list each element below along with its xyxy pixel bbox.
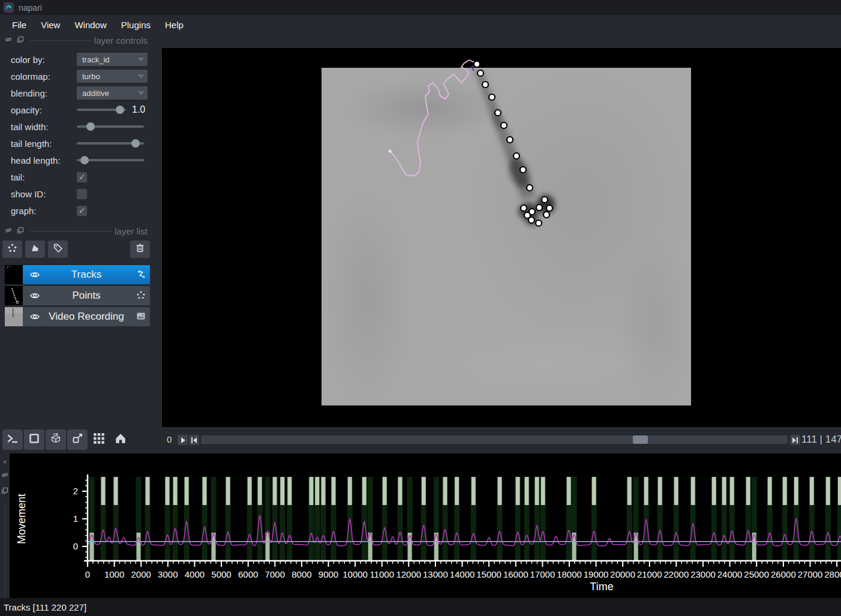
layer-name: Points: [72, 290, 100, 302]
control-row-colormap: colormap:turbo: [11, 68, 150, 85]
chevron-down-icon: [134, 74, 148, 79]
viewer-canvas[interactable]: [162, 48, 841, 427]
home-reset-view-button[interactable]: [110, 429, 131, 450]
svg-text:23000: 23000: [690, 569, 716, 579]
transpose-dimensions-button[interactable]: [67, 429, 88, 450]
blending-dropdown[interactable]: additive: [77, 86, 148, 100]
svg-text:14000: 14000: [450, 569, 475, 579]
visibility-eye-icon[interactable]: [29, 290, 40, 304]
frame-slider-handle[interactable]: [633, 435, 648, 444]
roll-dimensions-button[interactable]: [46, 429, 66, 450]
new-points-layer-button[interactable]: [2, 241, 22, 258]
show-id-checkbox[interactable]: [77, 189, 87, 199]
frame-slider-track[interactable]: [201, 435, 788, 444]
close-dock-icon[interactable]: ×: [3, 458, 7, 465]
svg-text:6000: 6000: [238, 569, 258, 579]
trash-icon: [135, 243, 145, 256]
colormap-dropdown[interactable]: turbo: [77, 70, 148, 83]
blending-value: additive: [77, 89, 134, 98]
layer-buttons-row: [0, 237, 160, 263]
svg-text:0: 0: [73, 541, 78, 551]
tail-length-slider[interactable]: [77, 138, 144, 149]
grid-view-button[interactable]: [89, 429, 109, 450]
new-shapes-layer-button[interactable]: [25, 241, 45, 258]
hide-dock-icon[interactable]: [5, 35, 12, 46]
hide-dock-icon[interactable]: [5, 226, 12, 236]
layer-controls-panel: color by:track_idcolormap:turboblending:…: [0, 46, 160, 221]
layer-list-header: layer list: [0, 225, 160, 237]
y-axis-label: Movement: [16, 494, 28, 544]
head-length-slider[interactable]: [77, 155, 144, 166]
point-marker: [501, 122, 507, 128]
header-divider: [30, 231, 112, 232]
menu-file[interactable]: File: [5, 17, 34, 32]
svg-text:15000: 15000: [476, 569, 501, 579]
visibility-eye-icon[interactable]: [29, 269, 40, 283]
skip-end-button[interactable]: [790, 435, 800, 445]
point-marker: [520, 167, 526, 173]
layer-controls-header: layer controls: [0, 34, 160, 46]
play-button[interactable]: [178, 435, 188, 445]
head-length-slider-handle[interactable]: [80, 156, 89, 164]
blending-label: blending:: [11, 88, 77, 98]
new-labels-layer-button[interactable]: [48, 241, 68, 258]
delete-layer-button[interactable]: [130, 241, 150, 258]
layer-row-tracks[interactable]: Tracks: [5, 265, 150, 284]
left-dock: layer controls color by:track_idcolormap…: [0, 34, 160, 453]
svg-text:3000: 3000: [158, 569, 178, 579]
svg-text:4000: 4000: [185, 569, 205, 579]
float-dock-icon[interactable]: [17, 35, 24, 46]
layer-row-video-recording[interactable]: Video Recording: [5, 307, 150, 326]
cube-icon: [50, 432, 62, 447]
tail-width-slider[interactable]: [77, 121, 144, 132]
svg-text:21000: 21000: [637, 569, 662, 579]
title-bar: napari: [0, 0, 841, 15]
menu-view[interactable]: View: [34, 17, 67, 32]
color-by-dropdown[interactable]: track_id: [77, 53, 148, 66]
svg-text:12000: 12000: [396, 569, 421, 579]
svg-text:22000: 22000: [664, 569, 689, 579]
track-path: [390, 60, 476, 176]
menu-help[interactable]: Help: [158, 17, 191, 32]
grid-icon: [92, 432, 106, 447]
point-marker: [528, 217, 534, 223]
control-row-color-by: color by:track_id: [11, 51, 150, 68]
control-row-tail-length: tail length:: [11, 135, 150, 152]
point-marker: [482, 82, 488, 88]
menu-plugins[interactable]: Plugins: [114, 17, 158, 32]
skip-start-button[interactable]: [189, 435, 199, 445]
console-button[interactable]: [2, 429, 23, 450]
graph-checkbox[interactable]: ✓: [77, 206, 87, 216]
svg-text:2: 2: [73, 486, 78, 496]
menu-window[interactable]: Window: [67, 17, 113, 32]
tail-width-slider-handle[interactable]: [86, 122, 95, 131]
hide-dock-icon[interactable]: [1, 470, 8, 481]
svg-text:2000: 2000: [131, 569, 151, 579]
control-row-tail: tail:✓: [11, 169, 150, 185]
control-row-head-length: head length:: [11, 152, 150, 169]
svg-text:8000: 8000: [292, 569, 311, 579]
point-marker: [536, 220, 542, 226]
float-dock-icon[interactable]: [17, 226, 24, 236]
tail-checkbox[interactable]: ✓: [77, 172, 87, 182]
point-marker: [527, 185, 533, 191]
opacity-slider[interactable]: [77, 104, 126, 115]
layer-row-points[interactable]: Points: [5, 286, 150, 305]
opacity-label: opacity:: [11, 105, 77, 115]
track-end-point: [389, 150, 392, 153]
frame-position-label: 111 | 147: [801, 434, 841, 446]
float-dock-icon[interactable]: [1, 486, 8, 497]
point-marker: [489, 94, 495, 100]
show-id-label: show ID:: [11, 189, 77, 199]
point-marker: [513, 153, 519, 159]
chevron-down-icon: [134, 58, 148, 62]
movement-plot[interactable]: 0120100020003000400050006000700080009000…: [0, 453, 841, 598]
opacity-slider-handle[interactable]: [116, 106, 124, 114]
visibility-eye-icon[interactable]: [29, 311, 40, 324]
tail-length-label: tail length:: [11, 139, 77, 149]
point-marker: [495, 110, 501, 116]
layer-controls-title: layer controls: [94, 35, 148, 46]
tail-length-slider-handle[interactable]: [131, 139, 140, 148]
points-icon: [7, 243, 17, 256]
ndisplay-toggle-button[interactable]: [24, 429, 44, 450]
